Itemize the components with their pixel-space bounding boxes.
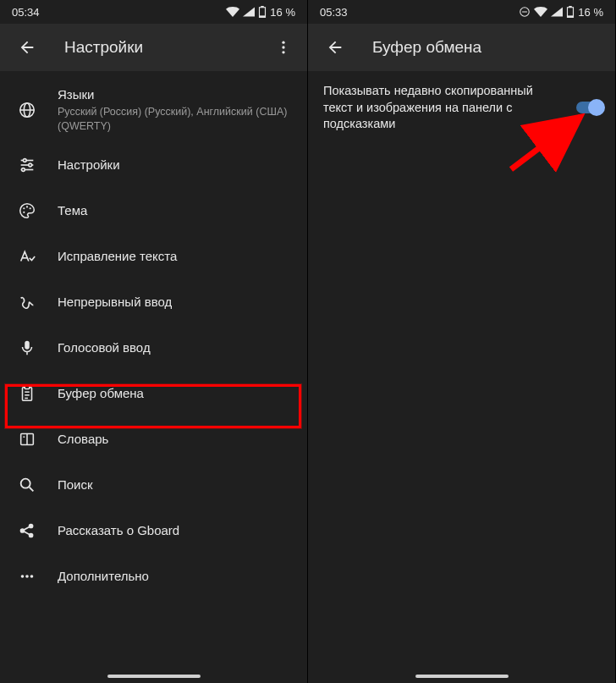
- svg-point-29: [21, 479, 30, 488]
- option-show-clipboard[interactable]: Показывать недавно скопированный текст и…: [308, 71, 615, 145]
- overflow-menu-button[interactable]: [267, 30, 300, 64]
- page-title: Буфер обмена: [372, 38, 608, 57]
- list-item-clipboard[interactable]: Буфер обмена: [0, 371, 307, 416]
- app-bar: Настройки: [0, 24, 307, 71]
- svg-point-18: [23, 212, 25, 213]
- svg-point-5: [282, 51, 284, 53]
- share-icon: [17, 521, 37, 541]
- list-item-share[interactable]: Рассказать о Gboard: [0, 508, 307, 554]
- book-icon: [17, 429, 37, 449]
- list-item-languages[interactable]: Языки Русский (Россия) (Русский), Англий…: [0, 78, 307, 142]
- item-title: Поиск: [58, 476, 294, 493]
- more-vert-icon: [275, 39, 292, 56]
- back-button[interactable]: [318, 30, 352, 64]
- battery-text: 16 %: [578, 6, 603, 19]
- svg-rect-20: [25, 341, 30, 350]
- svg-point-15: [23, 207, 25, 209]
- svg-rect-42: [569, 6, 573, 8]
- svg-rect-22: [25, 386, 30, 389]
- item-title: Непрерывный ввод: [58, 294, 294, 311]
- text-correct-icon: [17, 246, 37, 267]
- left-phone: 05:34 16 % Настройки Языки Русский (Росс…: [0, 0, 308, 683]
- option-label: Показывать недавно скопированный текст и…: [323, 83, 564, 133]
- status-bar: 05:34 16 %: [0, 0, 307, 24]
- signal-icon: [551, 7, 563, 17]
- more-horiz-icon: [17, 566, 37, 587]
- item-title: Дополнительно: [58, 568, 294, 585]
- toggle-switch[interactable]: [575, 99, 605, 116]
- svg-point-37: [25, 575, 29, 578]
- item-title: Настройки: [58, 157, 294, 174]
- palette-icon: [17, 201, 37, 221]
- svg-point-33: [30, 533, 33, 537]
- signal-icon: [243, 7, 255, 17]
- svg-line-34: [24, 526, 29, 530]
- svg-point-31: [20, 529, 24, 532]
- list-item-dictionary[interactable]: Словарь: [0, 416, 307, 462]
- globe-icon: [17, 100, 37, 120]
- mic-icon: [17, 338, 37, 358]
- svg-rect-2: [260, 15, 266, 18]
- svg-point-36: [21, 575, 25, 578]
- right-phone: 05:33 16 % Буфер обмена Показывать недав…: [308, 0, 616, 683]
- list-item-voice-input[interactable]: Голосовой ввод: [0, 325, 307, 371]
- tune-icon: [17, 155, 37, 175]
- battery-text: 16 %: [270, 6, 295, 19]
- status-indicators: 16 %: [226, 6, 295, 19]
- list-item-settings[interactable]: Настройки: [0, 142, 307, 188]
- switch-thumb: [588, 99, 605, 116]
- back-button[interactable]: [10, 30, 44, 64]
- arrow-back-icon: [18, 38, 36, 57]
- svg-point-17: [30, 207, 31, 209]
- status-bar: 05:33 16 %: [308, 0, 615, 24]
- dnd-icon: [519, 6, 531, 18]
- status-indicators: 16 %: [519, 6, 603, 19]
- app-bar: Буфер обмена: [308, 24, 615, 71]
- clipboard-icon: [17, 383, 37, 404]
- svg-point-38: [30, 575, 34, 578]
- wifi-icon: [534, 7, 547, 17]
- item-title: Языки: [58, 86, 294, 103]
- settings-list: Языки Русский (Россия) (Русский), Англий…: [0, 71, 307, 599]
- item-title: Тема: [58, 202, 294, 219]
- battery-icon: [258, 6, 267, 18]
- item-title: Голосовой ввод: [58, 339, 294, 356]
- status-time: 05:33: [320, 6, 348, 19]
- search-icon: [17, 475, 37, 495]
- svg-point-3: [282, 41, 284, 44]
- item-title: Словарь: [58, 431, 294, 448]
- svg-rect-1: [261, 6, 265, 8]
- wifi-icon: [226, 7, 239, 17]
- item-title: Исправление текста: [58, 248, 294, 265]
- item-subtitle: Русский (Россия) (Русский), Английский (…: [58, 105, 294, 134]
- list-item-text-correction[interactable]: Исправление текста: [0, 234, 307, 279]
- gesture-icon: [17, 292, 37, 312]
- battery-icon: [566, 6, 575, 18]
- nav-handle[interactable]: [107, 675, 201, 678]
- svg-point-12: [23, 159, 26, 162]
- svg-point-4: [282, 46, 284, 48]
- svg-point-13: [29, 163, 32, 167]
- svg-line-35: [24, 532, 29, 535]
- arrow-back-icon: [326, 38, 344, 57]
- list-item-search[interactable]: Поиск: [0, 462, 307, 508]
- item-title: Буфер обмена: [58, 385, 294, 402]
- svg-point-14: [22, 168, 25, 172]
- svg-point-16: [26, 206, 28, 207]
- list-item-theme[interactable]: Тема: [0, 188, 307, 234]
- list-item-advanced[interactable]: Дополнительно: [0, 554, 307, 599]
- page-title: Настройки: [64, 38, 246, 57]
- svg-rect-43: [568, 15, 574, 18]
- nav-handle[interactable]: [415, 675, 509, 678]
- list-item-glide-typing[interactable]: Непрерывный ввод: [0, 279, 307, 325]
- item-title: Рассказать о Gboard: [58, 522, 294, 539]
- svg-line-30: [30, 487, 34, 492]
- svg-point-32: [30, 524, 33, 527]
- status-time: 05:34: [12, 6, 40, 19]
